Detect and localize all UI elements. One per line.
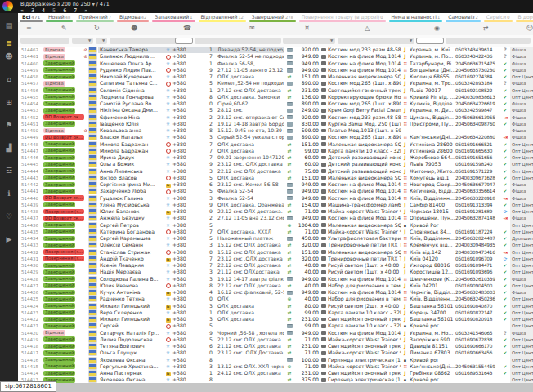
table-row[interactable]: 514450Відмова⊘Ковальова анна✳+380815.12.… — [18, 127, 533, 134]
tab-Нема в наявності[interactable]: Нема в наявності1 — [387, 13, 445, 22]
table-row[interactable]: 514415ЗавершенийГоргулько Христина...✳+3… — [18, 363, 533, 370]
pager-page-4[interactable]: 4 — [42, 7, 45, 14]
payment-icon[interactable]: ¤ — [305, 24, 309, 33]
table-row[interactable]: 514440DD Возврат ск...Гуцалюк Галина✳+38… — [18, 195, 533, 202]
table-row[interactable]: 514423ЗавершенийВера Скляренко✳+3801ОЛХ … — [18, 310, 533, 316]
tab-Сервіси[interactable]: Сервіси0 — [482, 13, 514, 22]
filter-box[interactable] — [338, 38, 414, 45]
tab-Прийнятий[interactable]: Прийнятий7 — [74, 13, 115, 22]
table-row[interactable]: 514437DD Возврат ск...Анжела Безушку✳+38… — [18, 215, 533, 221]
table-row[interactable]: 514436ЗавершенийСергей Петров✳+3805⊕1004… — [18, 222, 533, 229]
tab-Відправлений[interactable]: Відправлений12 — [197, 13, 248, 22]
table-row[interactable]: 514418ЗавершенийТетяна Войтович✳+380621.… — [18, 343, 533, 350]
table-row[interactable]: 514438Повернення (з...Юлия Баланюкlk+380… — [18, 208, 533, 215]
customers-icon[interactable]: ☻ — [131, 24, 137, 33]
table-row[interactable]: 514435ЗавершенийКатерина Богданова+3807О… — [18, 229, 533, 235]
table-row[interactable]: 514425ЗавершенийРадченко Тетяна✳+3800ОЛХ… — [18, 296, 533, 302]
table-row[interactable]: 514451ЗавершенийІващенко Юлія✳+380219.12… — [18, 121, 533, 127]
campaigns-icon[interactable]: ⚑ — [0, 121, 18, 129]
sort-icon[interactable]: ≡ — [26, 24, 32, 33]
cart-icon[interactable]: ⊞ — [0, 98, 18, 106]
store-icon[interactable]: ⌂ — [0, 75, 18, 83]
table-row[interactable]: 514447ЗавершенийМикола Бадражан+3807ОЛХ … — [18, 148, 533, 154]
table-row[interactable]: 514454ЗавершенийСамотій Руслана Во...✳+3… — [18, 100, 533, 107]
table-row[interactable]: 514446ЗавершенийИрина Дидух✳+380709.01 з… — [18, 154, 533, 161]
table-row[interactable]: 514424ЗавершенийМихаил Гилецькийlk+3803О… — [18, 303, 533, 310]
pager-next-icon[interactable]: » — [84, 7, 87, 14]
table-row[interactable]: 514452DD Возврат ок...Єфименко Ніна✳+380… — [18, 114, 533, 121]
table-row[interactable]: 514434ЗавершенийСергей Карамышев✳+3805На… — [18, 235, 533, 242]
table-row[interactable]: 514439ЗавершенийУляна Мусійовська✳+3809О… — [18, 202, 533, 208]
tab-Новий[interactable]: Новий48 — [44, 13, 74, 22]
products-icon[interactable]: △ — [365, 24, 370, 33]
table-row[interactable]: 514431Повернення (з...Андрій Ткаченкоlk+… — [18, 256, 533, 262]
tab-В дорозі додому[interactable]: В дорозі додому0 — [514, 13, 533, 22]
media-icon[interactable]: ▶ — [0, 235, 18, 243]
pager-page-5[interactable]: 5 — [52, 7, 56, 14]
table-row[interactable]: 514422ЗавершенийМихаил Гилецькийlk+3803О… — [18, 316, 533, 323]
table-row[interactable]: 514419ЗавершенийЛилия Подолинская+380522… — [18, 336, 533, 343]
table-row[interactable]: 514457ВідмоваСапегина Татьяна С...+3805К… — [18, 80, 533, 87]
location-icon[interactable]: ◉ — [434, 24, 440, 33]
orders-icon[interactable]: ≣ — [0, 39, 18, 47]
table-row[interactable]: 514417ЗавершенийОльга Глущук✳+380023.12 … — [18, 350, 533, 356]
pager-page-3[interactable]: 3 — [31, 7, 34, 14]
stats-icon[interactable]: ▟ — [0, 144, 18, 152]
shipping-icon[interactable]: ⇄ — [483, 24, 489, 33]
table-row[interactable]: 514443ЗавершенийВіктор Власов+3805ОЛХ до… — [18, 175, 533, 181]
tab-Завершений[interactable]: Завершений278 — [248, 13, 298, 22]
filter-box[interactable] — [416, 38, 444, 45]
refresh-icon[interactable]: ↻ — [94, 24, 100, 33]
table-row[interactable]: 514426ЗавершенийКучук Антонінаlk+380416.… — [18, 289, 533, 296]
filter-box[interactable] — [283, 38, 335, 45]
filter-box[interactable] — [195, 38, 281, 45]
settings-icon[interactable]: ☲ — [0, 167, 18, 175]
table-row[interactable]: 514459ЗавершенийРуденко Лидия Пав...+380… — [18, 67, 533, 74]
table-row[interactable]: 514442ЗавершенийСергієнко Ірина Ми...lk+… — [18, 181, 533, 188]
filter-box[interactable] — [96, 38, 107, 45]
pager-page-6[interactable]: 6 — [63, 7, 66, 14]
info-icon[interactable]: ℹ — [0, 189, 18, 198]
support-icon[interactable]: ♡ — [0, 212, 18, 220]
table-row[interactable]: 514420ВідмоваСитарчук Наталія Гр...✳+380… — [18, 330, 533, 336]
table-row[interactable]: 514461Відмова⊘Близнюк Людмила ...+3807Фи… — [18, 53, 533, 60]
table-row[interactable]: 514460ЗавершенийКошелева Ольга Ар...✳+38… — [18, 60, 533, 67]
table-row[interactable]: 514421ЗавершенийСергей+380599.00Карта па… — [18, 323, 533, 329]
pager-prev-icon[interactable]: « — [20, 7, 24, 14]
dropdown-arrow-icon[interactable]: ▼ — [88, 38, 91, 42]
page-size-dropdown-icon[interactable]: ▼ — [92, 2, 94, 7]
manager-icon[interactable]: ☺ — [526, 24, 533, 33]
table-row[interactable]: 514462Відмова⊘Каневська Тамара ...✳+3801… — [18, 47, 533, 53]
phone-icon[interactable]: ☎ — [183, 24, 191, 33]
table-row[interactable]: 514428ЗавершенийСолодкова Галина В...✳+3… — [18, 276, 533, 283]
table-row[interactable]: 514414ЗавершенийАнна Пастернакlk+380124.… — [18, 370, 533, 376]
dropdown-arrow-icon[interactable]: ▼ — [330, 38, 333, 42]
table-row[interactable]: 514441ЗавершенийЗахарченко Люба+3805Фиал… — [18, 188, 533, 194]
dropdown-arrow-icon[interactable]: ▼ — [410, 38, 412, 42]
tab-Всі[interactable]: Всі471 — [18, 13, 44, 22]
tab-Запакований[interactable]: Запакований1 — [150, 13, 196, 22]
table-row[interactable]: 514416ЗавершенийЯковлева Оксана✳+3808100… — [18, 357, 533, 363]
table-row[interactable]: 514458ЗавершенийНиколай Кучеренко✳+3807О… — [18, 74, 533, 80]
customers-icon[interactable]: ☻ — [0, 52, 18, 60]
filter-box[interactable] — [446, 38, 531, 45]
status-edit-icon[interactable]: ✎ — [61, 24, 67, 33]
table-row[interactable]: 514429ЗавершенийНадія Мерзаєва✳+380321.1… — [18, 269, 533, 275]
table-row[interactable]: 514449DD Возврат ок...Власюк Наталья✳+38… — [18, 134, 533, 140]
table-row[interactable]: 514444ЗавершенийАнна Липенська✳+380322.1… — [18, 168, 533, 175]
filter-box[interactable] — [175, 38, 193, 45]
table-row[interactable]: 514445ЗавершенийОльга Божик✳+380923.12 с… — [18, 161, 533, 167]
tab-Самовивіз[interactable]: Самовивіз2 — [444, 13, 482, 22]
pager-page-7[interactable]: 7 — [74, 7, 77, 14]
table-row[interactable]: 514430ЗавершенийКсенія Левадняя✳+380722.… — [18, 262, 533, 269]
table-row[interactable]: 514432Повернення (з...Станіслав Стрижак+… — [18, 249, 533, 256]
dashboard-icon[interactable]: ▤ — [0, 21, 18, 29]
table-row[interactable]: 514453ЗавершенийНікітіна Оксана Дми...✳+… — [18, 107, 533, 114]
table-row[interactable]: 514427ЗавершенийЮлия Иванова+380822.12 с… — [18, 283, 533, 289]
table-row[interactable]: 514433ЗавершенийОлексій Семанін✳+380315.… — [18, 242, 533, 248]
table-row[interactable]: 514455ЗавершенийЛюдмила Гончарова✳+3808О… — [18, 94, 533, 100]
tab-Відмова[interactable]: Відмова42 — [115, 13, 150, 22]
table-row[interactable]: 514448ЗавершенийМикола Бадражан+3807ОЛХ … — [18, 141, 533, 148]
comment-icon[interactable]: ✉ — [249, 24, 255, 33]
dropdown-arrow-icon[interactable]: ▼ — [102, 38, 105, 42]
